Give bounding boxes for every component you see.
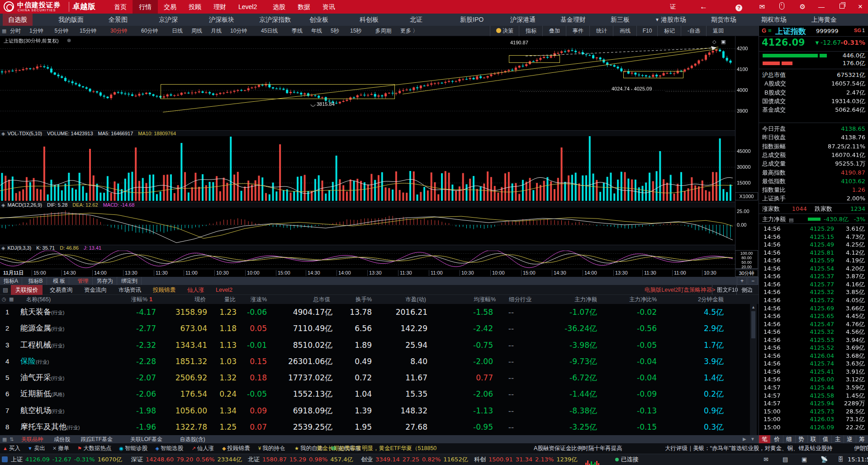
menu-item-理财[interactable]: 理财 — [207, 0, 232, 14]
market-tab-期货市场[interactable]: 期货市场 — [706, 14, 742, 26]
tick-row[interactable]: 14:564125.154.73亿 — [759, 233, 868, 241]
col-header-主力净额[interactable]: 主力净额 — [529, 295, 597, 304]
login-status[interactable]: 证券交易未登录 — [670, 0, 676, 14]
sector-name[interactable]: 航天装备(行业) — [20, 304, 64, 320]
sector-name[interactable]: 油气开采(行业) — [20, 370, 64, 386]
bottom-tab-关联品种[interactable]: 关联品种 — [17, 435, 47, 443]
tick-row[interactable]: 14:564125.693.66亿 — [759, 304, 868, 313]
ws-tab-另存为[interactable]: 另存为 — [93, 277, 117, 285]
period-45日线[interactable]: 45日线 — [261, 26, 278, 36]
sector-name[interactable]: 摩托车及其他(行业) — [20, 419, 80, 435]
sector-name[interactable]: 能源金属(行业) — [20, 320, 64, 337]
level2-promo-link[interactable]: 电脑版Level2盯盘策略神器> — [645, 285, 716, 295]
period-季线[interactable]: 季线 — [292, 26, 303, 36]
grid-icon[interactable]: ▦ — [1, 435, 8, 443]
col-header-2分钟金额[interactable]: 2分钟金额 — [656, 295, 724, 304]
period-多周期[interactable]: 多周期 — [375, 26, 392, 36]
bottom-tab-关联LOF基金[interactable]: 关联LOF基金 — [126, 435, 166, 443]
tick-row[interactable]: 14:564125.743.63亿 — [759, 360, 868, 368]
subtab-Level2[interactable]: Level2 — [211, 285, 237, 295]
index-quote-北证[interactable]: 北证1580.8715.290.98%457.4亿 — [248, 454, 353, 465]
collapse-icon[interactable]: ▼ — [749, 435, 756, 443]
tick-tab-势[interactable]: 势 — [795, 435, 807, 443]
market-tabs-dropdown-icon[interactable]: ▼ — [655, 14, 659, 26]
expand-icon[interactable]: ▶ — [742, 435, 747, 443]
index-quote-上证[interactable]: 上证4126.09-12.67-0.31%16070亿 — [11, 454, 122, 465]
market-tab-科创板[interactable]: 科创板 — [354, 14, 384, 26]
connection-status[interactable]: 已连接 — [615, 454, 639, 465]
period-5秒[interactable]: 5秒 — [331, 26, 339, 36]
period-30分钟[interactable]: 30分钟 — [110, 26, 127, 36]
market-tab-我的版面[interactable]: 我的版面 — [53, 14, 89, 26]
panel-toggle-icon[interactable]: ▤ — [1, 285, 10, 295]
period-更多 〉[interactable]: 更多 〉 — [400, 26, 418, 36]
tool-F10[interactable]: F10 — [636, 26, 658, 36]
message-icon[interactable]: ▤ — [783, 454, 788, 465]
period-5分钟[interactable]: 5分钟 — [55, 26, 69, 36]
tick-tab-主[interactable]: 主 — [831, 435, 843, 443]
market-tab-自选股[interactable]: 自选股 — [3, 14, 33, 26]
period-日线[interactable]: 日线 — [172, 26, 183, 36]
market-tab-基金理财[interactable]: 基金理财 — [555, 14, 591, 26]
tick-row[interactable]: 14:564125.373.87亿 — [759, 272, 868, 280]
tool-返回[interactable]: 返回 — [706, 26, 730, 36]
collapse-icon[interactable]: ◈ — [1, 131, 5, 136]
tool-指标[interactable]: 指标 — [519, 26, 543, 36]
index-quote-深证[interactable]: 深证14248.6079.200.56%23344亿 — [131, 454, 242, 465]
tick-row[interactable]: 14:564125.724.05亿 — [759, 296, 868, 304]
market-tab-新股IPO[interactable]: 新股IPO — [455, 14, 489, 26]
tick-row[interactable]: 15:004126.0922.2亿 — [759, 423, 868, 432]
menu-item-交易[interactable]: 交易 — [157, 0, 183, 14]
tool--自选[interactable]: -自选 — [681, 26, 707, 36]
menu-item-首页[interactable]: 首页 — [108, 0, 133, 14]
ws-tab-管理[interactable]: 管理 — [74, 277, 93, 285]
tool-统计[interactable]: 统计 — [589, 26, 613, 36]
col-header-涨速%[interactable]: 涨速% — [199, 295, 267, 304]
ws-tab-指标B[interactable]: 指标B — [25, 277, 47, 285]
tick-row[interactable]: 14:564125.324.56亿 — [759, 328, 868, 336]
menu-item-选股[interactable]: 选股 — [266, 0, 292, 14]
gear-icon[interactable]: ⚙ — [800, 0, 806, 14]
table-scrollbar[interactable]: ▲ — [750, 304, 757, 435]
subtab-交易查询[interactable]: 交易查询 — [45, 285, 77, 295]
period-月线[interactable]: 月线 — [211, 26, 222, 36]
subtab-市场资讯[interactable]: 市场资讯 — [114, 285, 146, 295]
back-icon[interactable]: ← — [700, 0, 707, 14]
sector-name[interactable]: 保险(行业) — [20, 353, 49, 370]
market-tab-期权市场[interactable]: 期权市场 — [756, 14, 792, 26]
tool-画线[interactable]: 画线 — [613, 26, 637, 36]
table-row[interactable]: 1航天装备(行业)-4.173158.991.23-0.064904.17亿13… — [0, 304, 759, 320]
period-15秒[interactable]: 15秒 — [350, 26, 361, 36]
scroll-up-icon[interactable]: ▲ — [750, 304, 757, 310]
ws-tab-模 板[interactable]: 模 板 — [49, 277, 69, 285]
bottom-tab-自选股(含)[interactable]: 自选股(含) — [176, 435, 209, 443]
shortcut-撤单[interactable]: ✕撤单 — [52, 443, 69, 454]
col-header-市盈(动)[interactable]: 市盈(动) — [358, 295, 426, 304]
col-header-名称(565)[interactable]: 名称(565) — [26, 295, 51, 304]
vol-indicator-bar[interactable]: ◈ VOL-TDX(5,10) VOLUME: 14423913 MA5: 16… — [0, 130, 735, 136]
macd-indicator-bar[interactable]: ◈ MACD(12,26,9) DIF: 5.28 DEA: 12.62 MAC… — [0, 202, 735, 208]
index-quote-科创[interactable]: 科创1500.9131.342.13%1239亿 — [474, 454, 577, 465]
tick-row[interactable]: 14:564125.323.85亿 — [759, 288, 868, 296]
period-周线[interactable]: 周线 — [191, 26, 202, 36]
close-button[interactable]: × — [858, 0, 863, 14]
consult-button[interactable]: ? 咨询 — [735, 0, 742, 14]
shortcut-智能诊股[interactable]: ◉智能诊股 — [119, 443, 148, 454]
sector-name[interactable]: 近期新低(风格) — [20, 386, 64, 402]
tick-tab-筹[interactable]: 筹 — [856, 435, 868, 443]
table-row[interactable]: 7航空机场(行业)-1.981056.001.340.096918.09亿1.3… — [0, 403, 759, 419]
table-row[interactable]: 3工程机械(行业)-2.321343.411.13-0.018510.02亿1.… — [0, 337, 759, 353]
restore-button[interactable] — [840, 0, 844, 14]
tick-tab-逆[interactable]: 逆 — [844, 435, 855, 443]
shortcut-我的持仓[interactable]: ¥我的持仓 — [258, 443, 285, 454]
shortcut-智能选股[interactable]: ◈智能选股 — [156, 443, 183, 454]
menu-item-行情[interactable]: 行情 — [133, 0, 158, 14]
tool-决策[interactable]: 决策 — [490, 26, 519, 36]
tick-row[interactable]: 14:564125.474.76亿 — [759, 320, 868, 328]
table-row[interactable]: 2能源金属(行业)-2.77673.041.180.057110.49亿6.56… — [0, 320, 759, 337]
bottom-tab-跟踪ETF基金[interactable]: 跟踪ETF基金 — [77, 435, 117, 443]
subtab-投顾锦囊[interactable]: 投顾锦囊 — [148, 285, 180, 295]
news-item[interactable]: 伊朗官 — [854, 443, 868, 454]
period-1分钟[interactable]: 1分钟 — [29, 26, 43, 36]
market-tab-沪深港通[interactable]: 沪深港通 — [505, 14, 541, 26]
